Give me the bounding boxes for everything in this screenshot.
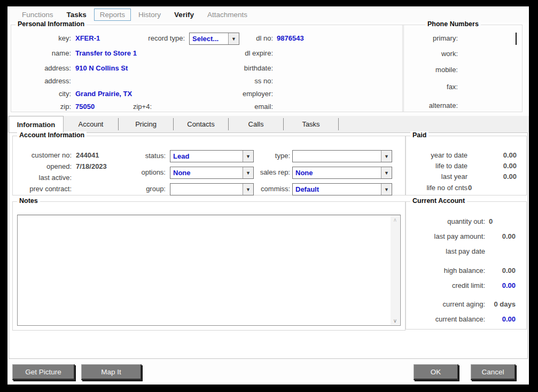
zip-label: zip: [11, 103, 71, 111]
opened-value: 7/18/2023 [76, 162, 107, 170]
last-pay-amount-value: 0.00 [486, 232, 516, 240]
prev-contract-label: prev contract: [13, 185, 72, 193]
personal-info-title: Personal Information [15, 20, 87, 28]
life-to-date-value: 0.00 [480, 162, 517, 170]
sales-rep-label: sales rep: [237, 168, 290, 176]
options-value: None [170, 167, 243, 178]
menu-attachments[interactable]: Attachments [201, 9, 253, 21]
key-value: XFER-1 [75, 34, 100, 42]
personal-info-section: Personal Information key: XFER-1 record … [11, 25, 404, 112]
current-balance-label: current balance: [409, 315, 485, 323]
phone-work-label: work: [403, 50, 458, 58]
menu-reports[interactable]: Reports [94, 9, 131, 21]
status-value: Lead [170, 151, 243, 162]
credit-limit-value: 0.00 [486, 281, 516, 289]
current-aging-value: 0 days [486, 300, 516, 308]
tab-bar: Information Account Pricing Contacts Cal… [7, 116, 529, 132]
phone-numbers-title: Phone Numbers [425, 20, 481, 28]
key-label: key: [11, 34, 71, 42]
ss-no-label: ss no: [217, 77, 273, 85]
tab-account[interactable]: Account [64, 118, 119, 130]
account-info-section: Account Information customer no: 244041 … [12, 136, 406, 195]
life-no-of-cnts-value: 0 [468, 184, 479, 192]
phone-numbers-section: Phone Numbers primary: work: mobile: fax… [402, 25, 523, 112]
year-to-date-value: 0.00 [480, 151, 517, 159]
current-balance-value: 0.00 [486, 315, 516, 323]
sales-rep-dropdown[interactable]: None ▼ [292, 167, 392, 179]
city-label: city: [11, 90, 71, 98]
phone-fax-label: fax: [403, 83, 458, 91]
quantity-out-label: quantity out: [409, 217, 485, 225]
chevron-down-icon[interactable]: ∨ [391, 318, 400, 324]
name-label: name: [11, 49, 71, 57]
cancel-button[interactable]: Cancel [471, 364, 516, 380]
phone-alternate-label: alternate: [403, 101, 458, 109]
menu-functions[interactable]: Functions [16, 9, 59, 21]
city-value: Grand Prairie, TX [75, 90, 132, 98]
dl-no-value: 9876543 [277, 34, 304, 42]
dl-no-label: dl no: [217, 34, 273, 42]
zip-value: 75050 [75, 103, 95, 111]
type-dropdown[interactable]: ▼ [292, 150, 392, 162]
address1-label: address: [11, 64, 71, 72]
tab-information[interactable]: Information [9, 116, 64, 132]
notes-title: Notes [17, 197, 40, 205]
high-balance-label: high balance: [409, 266, 485, 275]
last-pay-amount-label: last pay amount: [409, 232, 485, 240]
opened-label: opened: [13, 162, 72, 170]
customer-no-label: customer no: [13, 151, 72, 159]
phone-primary-input[interactable] [462, 32, 519, 45]
sales-rep-value: None [293, 167, 381, 178]
app-window: Functions Tasks Reports History Verify A… [7, 6, 529, 385]
information-tab-page: Account Information customer no: 244041 … [9, 132, 528, 359]
address2-label: address: [11, 77, 71, 85]
tab-contacts[interactable]: Contacts [174, 118, 229, 130]
menu-verify[interactable]: Verify [168, 9, 200, 21]
notes-scrollbar[interactable]: ∧ ∨ [391, 216, 400, 325]
get-picture-button[interactable]: Get Picture [12, 364, 75, 380]
map-it-button[interactable]: Map It [81, 364, 142, 380]
tab-pricing[interactable]: Pricing [119, 118, 174, 130]
commiss-dropdown[interactable]: Default ▼ [292, 183, 392, 195]
last-year-value: 0.00 [480, 173, 517, 181]
customer-no-value: 244041 [76, 151, 99, 159]
zip4-label: zip+4: [113, 103, 152, 111]
group-label: group: [112, 185, 166, 193]
high-balance-value: 0.00 [486, 266, 516, 275]
options-label: options: [112, 168, 166, 176]
record-type-label: record type: [115, 34, 185, 42]
email-label: email: [217, 103, 273, 111]
last-year-label: last year [411, 173, 467, 181]
life-no-of-cnts-label: life no of cnts [411, 184, 467, 192]
tab-calls[interactable]: Calls [229, 118, 284, 130]
chevron-down-icon[interactable]: ▼ [381, 151, 392, 162]
last-active-label: last active: [13, 174, 72, 182]
ok-button[interactable]: OK [414, 364, 458, 380]
current-account-section: Current Account quantity out: 0 last pay… [406, 201, 527, 330]
current-aging-label: current aging: [409, 300, 485, 308]
employer-label: employer: [217, 90, 273, 98]
tab-tasks[interactable]: Tasks [284, 118, 339, 130]
menu-history[interactable]: History [132, 9, 167, 21]
phone-primary-label: primary: [403, 34, 458, 42]
paid-section: Paid year to date 0.00 life to date 0.00… [406, 136, 527, 195]
year-to-date-label: year to date [411, 151, 467, 159]
credit-limit-label: credit limit: [409, 281, 485, 289]
last-pay-date-label: last pay date [409, 247, 485, 255]
text-caret [516, 33, 517, 45]
chevron-down-icon[interactable]: ▼ [381, 184, 392, 195]
life-to-date-label: life to date [411, 162, 467, 170]
name-value: Transfer to Store 1 [75, 49, 137, 57]
commiss-label: commiss: [237, 185, 290, 193]
birthdate-label: birthdate: [217, 64, 273, 72]
address1-value: 910 N Collins St [75, 64, 128, 72]
commiss-value: Default [293, 184, 381, 195]
type-label: type: [237, 152, 290, 160]
current-account-title: Current Account [410, 197, 467, 205]
menu-tasks[interactable]: Tasks [61, 9, 92, 21]
chevron-up-icon[interactable]: ∧ [391, 217, 400, 223]
notes-section: Notes ∧ ∨ [12, 201, 406, 331]
type-value [293, 151, 381, 162]
notes-textarea[interactable]: ∧ ∨ [17, 215, 401, 326]
chevron-down-icon[interactable]: ▼ [381, 167, 392, 178]
